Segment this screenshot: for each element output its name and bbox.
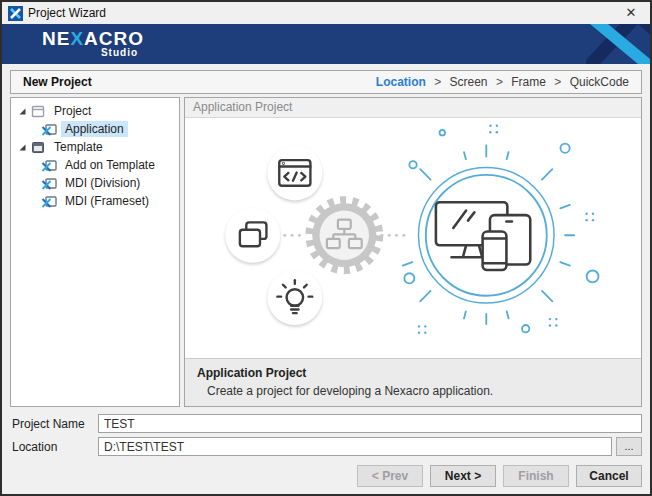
tree-item-label: Application bbox=[61, 121, 128, 137]
tree-item-mdi-division[interactable]: MDI (Division) bbox=[11, 174, 179, 192]
panels: Project Application Te bbox=[10, 97, 642, 407]
project-name-label: Project Name bbox=[10, 417, 98, 431]
template-group-icon bbox=[30, 141, 46, 154]
nexacro-app-icon bbox=[41, 123, 57, 136]
breadcrumb-step-quickcode[interactable]: QuickCode bbox=[570, 75, 629, 89]
breadcrumb-separator: > bbox=[434, 75, 441, 89]
close-icon[interactable]: ✕ bbox=[620, 3, 642, 23]
breadcrumb-separator: > bbox=[496, 75, 503, 89]
location-row: Location ... bbox=[10, 437, 642, 456]
code-window-icon bbox=[267, 145, 322, 200]
tree-item-label: Add on Template bbox=[61, 157, 159, 173]
location-input[interactable] bbox=[98, 437, 612, 456]
nexacro-app-icon bbox=[41, 195, 57, 208]
nexacro-app-icon bbox=[41, 159, 57, 172]
selection-info-box: Application Project Create a project for… bbox=[185, 358, 641, 406]
selection-info-title: Application Project bbox=[197, 366, 629, 380]
wizard-step-header: New Project Location > Screen > Frame > … bbox=[10, 70, 642, 94]
tree-item-add-on-template[interactable]: Add on Template bbox=[11, 156, 179, 174]
tree-item-project[interactable]: Project bbox=[11, 102, 179, 120]
breadcrumb-step-frame[interactable]: Frame bbox=[511, 75, 546, 89]
window-title: Project Wizard bbox=[28, 6, 620, 20]
brand-post: ACRO bbox=[84, 28, 144, 49]
illustration-graphic bbox=[185, 118, 641, 358]
nexacro-x-logo-icon bbox=[586, 24, 650, 64]
next-button[interactable]: Next > bbox=[430, 465, 496, 487]
brand-x: X bbox=[70, 28, 84, 49]
project-group-icon bbox=[30, 105, 46, 118]
nexacro-app-icon bbox=[8, 6, 23, 21]
finish-button[interactable]: Finish bbox=[503, 465, 569, 487]
nexacro-logo: NEXACRO Studio bbox=[42, 30, 144, 58]
breadcrumb-separator: > bbox=[554, 75, 561, 89]
browse-button[interactable]: ... bbox=[616, 437, 642, 456]
tree-item-label: MDI (Frameset) bbox=[61, 193, 153, 209]
brand-banner: NEXACRO Studio bbox=[2, 24, 650, 64]
tree-item-label: MDI (Division) bbox=[61, 175, 144, 191]
dialog-content: New Project Location > Screen > Frame > … bbox=[2, 64, 650, 494]
gear-hierarchy-icon bbox=[309, 200, 379, 270]
nexacro-app-icon bbox=[41, 177, 57, 190]
project-name-input[interactable] bbox=[98, 414, 642, 433]
breadcrumb: Location > Screen > Frame > QuickCode bbox=[376, 75, 629, 89]
page-title: New Project bbox=[23, 75, 92, 89]
tree-item-mdi-frameset[interactable]: MDI (Frameset) bbox=[11, 192, 179, 210]
project-wizard-dialog: Project Wizard ✕ NEXACRO Studio New Proj… bbox=[0, 0, 652, 496]
devices-circle-icon bbox=[418, 167, 554, 303]
tree-item-application[interactable]: Application bbox=[11, 120, 179, 138]
project-type-tree: Project Application Te bbox=[10, 97, 180, 407]
preview-header: Application Project bbox=[185, 98, 641, 118]
selection-info-description: Create a project for developing a Nexacr… bbox=[207, 384, 629, 398]
expand-triangle-icon[interactable] bbox=[17, 142, 28, 153]
prev-button[interactable]: < Prev bbox=[357, 465, 423, 487]
location-label: Location bbox=[10, 440, 98, 454]
titlebar: Project Wizard ✕ bbox=[2, 2, 650, 24]
preview-panel: Application Project bbox=[184, 97, 642, 407]
application-project-illustration bbox=[185, 118, 641, 358]
tree-item-label: Template bbox=[50, 139, 107, 155]
breadcrumb-step-screen[interactable]: Screen bbox=[450, 75, 488, 89]
lightbulb-icon bbox=[267, 270, 322, 325]
tree-item-label: Project bbox=[50, 103, 95, 119]
expand-triangle-icon[interactable] bbox=[17, 106, 28, 117]
copy-windows-icon bbox=[225, 208, 280, 263]
project-form: Project Name Location ... bbox=[10, 414, 642, 460]
cancel-button[interactable]: Cancel bbox=[576, 465, 642, 487]
project-name-row: Project Name bbox=[10, 414, 642, 433]
brand-pre: NE bbox=[42, 28, 70, 49]
tree-item-template[interactable]: Template bbox=[11, 138, 179, 156]
breadcrumb-step-location[interactable]: Location bbox=[376, 75, 426, 89]
footer-buttons: < Prev Next > Finish Cancel bbox=[10, 465, 642, 487]
